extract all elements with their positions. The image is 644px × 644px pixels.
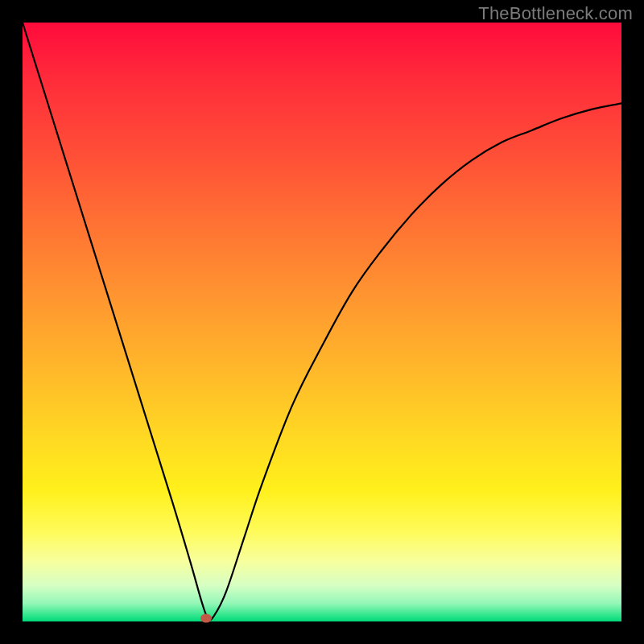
bottleneck-curve: [23, 23, 621, 621]
watermark-text: TheBottleneck.com: [478, 3, 633, 24]
plot-area: [23, 23, 621, 621]
minimum-marker: [200, 614, 212, 623]
chart-frame: TheBottleneck.com: [0, 0, 644, 644]
